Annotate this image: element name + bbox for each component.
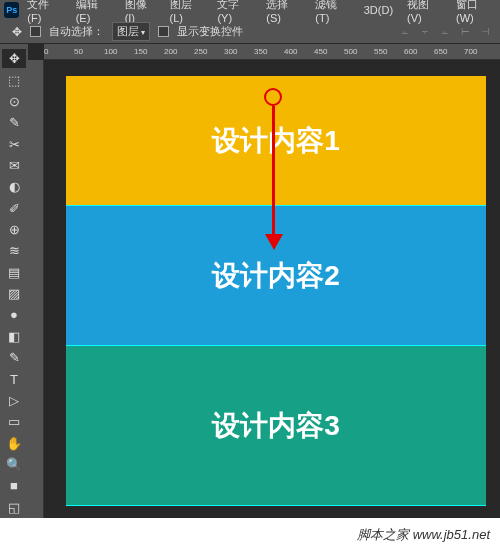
show-transform-checkbox[interactable]: [158, 26, 169, 37]
ruler-tick: 650: [434, 47, 447, 56]
align-vcenter-icon[interactable]: ⫟: [418, 25, 432, 39]
ruler-tick: 550: [374, 47, 387, 56]
blur-tool[interactable]: ●: [2, 305, 26, 324]
auto-select-label: 自动选择：: [49, 24, 104, 39]
ruler-tick: 350: [254, 47, 267, 56]
ruler-tick: 150: [134, 47, 147, 56]
menu-view[interactable]: 视图(V): [401, 0, 448, 26]
watermark-text: 脚本之家: [357, 527, 409, 542]
ruler-tick: 200: [164, 47, 177, 56]
menu-filter[interactable]: 滤镜(T): [309, 0, 355, 26]
menu-window[interactable]: 窗口(W): [450, 0, 500, 26]
dodge-tool[interactable]: ◧: [2, 327, 26, 346]
canvas[interactable]: 设计内容1 设计内容2 设计内容3: [66, 76, 486, 506]
move-tool-icon: ✥: [12, 25, 22, 39]
marquee-tool[interactable]: ⬚: [2, 70, 26, 89]
ruler-tick: 400: [284, 47, 297, 56]
ruler-tick: 250: [194, 47, 207, 56]
ruler-tick: 100: [104, 47, 117, 56]
shape-tool[interactable]: ▭: [2, 412, 26, 431]
ruler-tick: 700: [464, 47, 477, 56]
crop-tool[interactable]: ✂: [2, 134, 26, 153]
auto-select-checkbox[interactable]: [30, 26, 41, 37]
pen-tool[interactable]: ✎: [2, 348, 26, 367]
gradient-tool[interactable]: ▨: [2, 284, 26, 303]
auto-select-dropdown[interactable]: 图层▾: [112, 22, 150, 41]
zoom-tool[interactable]: 🔍: [2, 455, 26, 474]
ps-logo[interactable]: Ps: [4, 2, 19, 18]
chevron-down-icon: ▾: [141, 28, 145, 37]
type-tool[interactable]: T: [2, 369, 26, 388]
design-block-1[interactable]: 设计内容1: [66, 76, 486, 206]
workspace: ✥ ⬚ ⊙ ✎ ✂ ✉ ◐ ✐ ⊕ ≋ ▤ ▨ ● ◧ ✎ T ▷ ▭ ✋ 🔍 …: [0, 44, 500, 518]
stamp-tool[interactable]: ⊕: [2, 220, 26, 239]
photoshop-app: Ps 文件(F) 编辑(E) 图像(I) 图层(L) 文字(Y) 选择(S) 滤…: [0, 0, 500, 518]
align-left-icon[interactable]: ⊢: [458, 25, 472, 39]
menu-file[interactable]: 文件(F): [21, 0, 67, 26]
quickmask-tool[interactable]: ◱: [2, 498, 26, 517]
canvas-area: 0 50 100 150 200 250 300 350 400 450 500…: [28, 44, 500, 518]
menu-edit[interactable]: 编辑(E): [70, 0, 117, 26]
brush-tool[interactable]: ✐: [2, 199, 26, 218]
ruler-tick: 450: [314, 47, 327, 56]
ruler-horizontal[interactable]: 0 50 100 150 200 250 300 350 400 450 500…: [44, 44, 500, 60]
ruler-vertical[interactable]: [28, 60, 44, 518]
show-transform-label: 显示变换控件: [177, 24, 243, 39]
toolbox: ✥ ⬚ ⊙ ✎ ✂ ✉ ◐ ✐ ⊕ ≋ ▤ ▨ ● ◧ ✎ T ▷ ▭ ✋ 🔍 …: [0, 44, 28, 518]
hand-tool[interactable]: ✋: [2, 433, 26, 452]
move-tool[interactable]: ✥: [2, 49, 26, 68]
history-tool[interactable]: ≋: [2, 241, 26, 260]
eraser-tool[interactable]: ▤: [2, 263, 26, 282]
foreground-color[interactable]: ■: [2, 476, 26, 495]
lasso-tool[interactable]: ⊙: [2, 92, 26, 111]
menubar: Ps 文件(F) 编辑(E) 图像(I) 图层(L) 文字(Y) 选择(S) 滤…: [0, 0, 500, 20]
ruler-tick: 600: [404, 47, 417, 56]
align-icons-group: ⫠ ⫟ ⫠ ⊢ ⊣: [398, 25, 492, 39]
ruler-tick: 0: [44, 47, 48, 56]
eyedropper-tool[interactable]: ✉: [2, 156, 26, 175]
healing-tool[interactable]: ◐: [2, 177, 26, 196]
path-tool[interactable]: ▷: [2, 391, 26, 410]
wand-tool[interactable]: ✎: [2, 113, 26, 132]
menu-select[interactable]: 选择(S): [260, 0, 307, 26]
watermark-url: www.jb51.net: [413, 527, 490, 542]
menu-type[interactable]: 文字(Y): [211, 0, 258, 26]
ruler-tick: 500: [344, 47, 357, 56]
menu-3d[interactable]: 3D(D): [358, 2, 399, 18]
design-block-3[interactable]: 设计内容3: [66, 346, 486, 506]
ruler-tick: 50: [74, 47, 83, 56]
ruler-tick: 300: [224, 47, 237, 56]
align-hcenter-icon[interactable]: ⊣: [478, 25, 492, 39]
align-bottom-icon[interactable]: ⫠: [438, 25, 452, 39]
align-top-icon[interactable]: ⫠: [398, 25, 412, 39]
watermark: 脚本之家 www.jb51.net: [357, 526, 490, 544]
design-block-2[interactable]: 设计内容2: [66, 206, 486, 346]
menu-layer[interactable]: 图层(L): [164, 0, 210, 26]
